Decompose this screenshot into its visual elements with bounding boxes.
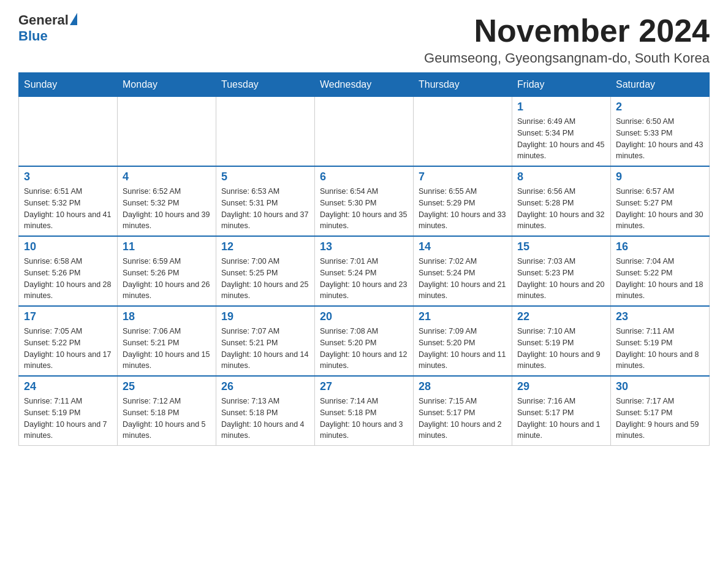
day-info: Sunrise: 7:15 AMSunset: 5:17 PMDaylight:…: [419, 396, 507, 442]
day-number: 14: [419, 240, 507, 253]
calendar-cell: 11Sunrise: 6:59 AMSunset: 5:26 PMDayligh…: [118, 236, 216, 306]
calendar-header-monday: Monday: [118, 73, 216, 97]
calendar-cell: 9Sunrise: 6:57 AMSunset: 5:27 PMDaylight…: [611, 166, 710, 236]
day-number: 22: [517, 310, 605, 323]
calendar-table: SundayMondayTuesdayWednesdayThursdayFrid…: [18, 72, 710, 446]
calendar-cell: [19, 97, 118, 167]
calendar-cell: 6Sunrise: 6:54 AMSunset: 5:30 PMDaylight…: [315, 166, 414, 236]
day-info: Sunrise: 7:08 AMSunset: 5:20 PMDaylight:…: [320, 326, 408, 372]
day-number: 4: [123, 170, 211, 183]
calendar-week-row: 24Sunrise: 7:11 AMSunset: 5:19 PMDayligh…: [19, 376, 710, 446]
calendar-cell: 3Sunrise: 6:51 AMSunset: 5:32 PMDaylight…: [19, 166, 118, 236]
calendar-header-sunday: Sunday: [19, 73, 118, 97]
calendar-cell: 22Sunrise: 7:10 AMSunset: 5:19 PMDayligh…: [512, 306, 611, 376]
day-number: 15: [517, 240, 605, 253]
day-info: Sunrise: 7:00 AMSunset: 5:25 PMDaylight:…: [221, 256, 309, 302]
day-number: 12: [221, 240, 309, 253]
day-info: Sunrise: 7:06 AMSunset: 5:21 PMDaylight:…: [123, 326, 211, 372]
day-info: Sunrise: 7:07 AMSunset: 5:21 PMDaylight:…: [221, 326, 309, 372]
day-number: 8: [517, 170, 605, 183]
calendar-cell: 30Sunrise: 7:17 AMSunset: 5:17 PMDayligh…: [611, 376, 710, 446]
day-info: Sunrise: 7:14 AMSunset: 5:18 PMDaylight:…: [320, 396, 408, 442]
calendar-header-row: SundayMondayTuesdayWednesdayThursdayFrid…: [19, 73, 710, 97]
day-number: 13: [320, 240, 408, 253]
day-number: 28: [419, 380, 507, 393]
calendar-cell: 17Sunrise: 7:05 AMSunset: 5:22 PMDayligh…: [19, 306, 118, 376]
month-title: November 2024: [424, 12, 710, 49]
day-info: Sunrise: 7:09 AMSunset: 5:20 PMDaylight:…: [419, 326, 507, 372]
day-info: Sunrise: 6:54 AMSunset: 5:30 PMDaylight:…: [320, 186, 408, 232]
day-info: Sunrise: 7:12 AMSunset: 5:18 PMDaylight:…: [123, 396, 211, 442]
logo-general: General: [18, 12, 69, 28]
day-number: 27: [320, 380, 408, 393]
day-info: Sunrise: 6:57 AMSunset: 5:27 PMDaylight:…: [616, 186, 704, 232]
day-info: Sunrise: 6:49 AMSunset: 5:34 PMDaylight:…: [517, 116, 605, 162]
day-info: Sunrise: 7:02 AMSunset: 5:24 PMDaylight:…: [419, 256, 507, 302]
day-number: 10: [24, 240, 112, 253]
calendar-cell: 2Sunrise: 6:50 AMSunset: 5:33 PMDaylight…: [611, 97, 710, 167]
calendar-week-row: 10Sunrise: 6:58 AMSunset: 5:26 PMDayligh…: [19, 236, 710, 306]
calendar-cell: 10Sunrise: 6:58 AMSunset: 5:26 PMDayligh…: [19, 236, 118, 306]
day-info: Sunrise: 7:11 AMSunset: 5:19 PMDaylight:…: [24, 396, 112, 442]
day-info: Sunrise: 7:16 AMSunset: 5:17 PMDaylight:…: [517, 396, 605, 442]
title-area: November 2024 Geumseong, Gyeongsangnam-d…: [424, 12, 710, 66]
day-number: 11: [123, 240, 211, 253]
day-number: 21: [419, 310, 507, 323]
calendar-cell: [414, 97, 512, 167]
day-number: 18: [123, 310, 211, 323]
calendar-cell: 12Sunrise: 7:00 AMSunset: 5:25 PMDayligh…: [216, 236, 315, 306]
day-number: 19: [221, 310, 309, 323]
calendar-header-saturday: Saturday: [611, 73, 710, 97]
calendar-week-row: 17Sunrise: 7:05 AMSunset: 5:22 PMDayligh…: [19, 306, 710, 376]
day-info: Sunrise: 6:58 AMSunset: 5:26 PMDaylight:…: [24, 256, 112, 302]
calendar-cell: 20Sunrise: 7:08 AMSunset: 5:20 PMDayligh…: [315, 306, 414, 376]
calendar-cell: 24Sunrise: 7:11 AMSunset: 5:19 PMDayligh…: [19, 376, 118, 446]
page-header: General Blue November 2024 Geumseong, Gy…: [18, 12, 710, 66]
logo-blue: Blue: [18, 28, 48, 44]
logo: General Blue: [18, 12, 77, 44]
day-number: 3: [24, 170, 112, 183]
day-info: Sunrise: 6:50 AMSunset: 5:33 PMDaylight:…: [616, 116, 704, 162]
day-info: Sunrise: 6:59 AMSunset: 5:26 PMDaylight:…: [123, 256, 211, 302]
day-number: 26: [221, 380, 309, 393]
calendar-cell: 25Sunrise: 7:12 AMSunset: 5:18 PMDayligh…: [118, 376, 216, 446]
day-info: Sunrise: 7:11 AMSunset: 5:19 PMDaylight:…: [616, 326, 704, 372]
calendar-cell: 5Sunrise: 6:53 AMSunset: 5:31 PMDaylight…: [216, 166, 315, 236]
day-info: Sunrise: 7:03 AMSunset: 5:23 PMDaylight:…: [517, 256, 605, 302]
day-info: Sunrise: 6:51 AMSunset: 5:32 PMDaylight:…: [24, 186, 112, 232]
day-number: 5: [221, 170, 309, 183]
day-number: 29: [517, 380, 605, 393]
calendar-cell: 8Sunrise: 6:56 AMSunset: 5:28 PMDaylight…: [512, 166, 611, 236]
day-number: 16: [616, 240, 704, 253]
logo-triangle-icon: [70, 13, 77, 25]
calendar-week-row: 3Sunrise: 6:51 AMSunset: 5:32 PMDaylight…: [19, 166, 710, 236]
day-number: 23: [616, 310, 704, 323]
day-info: Sunrise: 7:10 AMSunset: 5:19 PMDaylight:…: [517, 326, 605, 372]
day-number: 24: [24, 380, 112, 393]
calendar-header-friday: Friday: [512, 73, 611, 97]
calendar-cell: 27Sunrise: 7:14 AMSunset: 5:18 PMDayligh…: [315, 376, 414, 446]
day-number: 6: [320, 170, 408, 183]
calendar-cell: 7Sunrise: 6:55 AMSunset: 5:29 PMDaylight…: [414, 166, 512, 236]
calendar-cell: 15Sunrise: 7:03 AMSunset: 5:23 PMDayligh…: [512, 236, 611, 306]
calendar-cell: 16Sunrise: 7:04 AMSunset: 5:22 PMDayligh…: [611, 236, 710, 306]
day-number: 1: [517, 101, 605, 113]
calendar-cell: 28Sunrise: 7:15 AMSunset: 5:17 PMDayligh…: [414, 376, 512, 446]
calendar-cell: 29Sunrise: 7:16 AMSunset: 5:17 PMDayligh…: [512, 376, 611, 446]
calendar-cell: 1Sunrise: 6:49 AMSunset: 5:34 PMDaylight…: [512, 97, 611, 167]
day-number: 17: [24, 310, 112, 323]
calendar-header-tuesday: Tuesday: [216, 73, 315, 97]
calendar-week-row: 1Sunrise: 6:49 AMSunset: 5:34 PMDaylight…: [19, 97, 710, 167]
day-number: 9: [616, 170, 704, 183]
calendar-cell: [216, 97, 315, 167]
day-info: Sunrise: 7:04 AMSunset: 5:22 PMDaylight:…: [616, 256, 704, 302]
calendar-cell: 19Sunrise: 7:07 AMSunset: 5:21 PMDayligh…: [216, 306, 315, 376]
calendar-cell: 4Sunrise: 6:52 AMSunset: 5:32 PMDaylight…: [118, 166, 216, 236]
day-number: 2: [616, 101, 704, 113]
calendar-cell: 18Sunrise: 7:06 AMSunset: 5:21 PMDayligh…: [118, 306, 216, 376]
day-info: Sunrise: 6:52 AMSunset: 5:32 PMDaylight:…: [123, 186, 211, 232]
day-info: Sunrise: 7:13 AMSunset: 5:18 PMDaylight:…: [221, 396, 309, 442]
calendar-cell: 21Sunrise: 7:09 AMSunset: 5:20 PMDayligh…: [414, 306, 512, 376]
day-number: 7: [419, 170, 507, 183]
day-info: Sunrise: 7:01 AMSunset: 5:24 PMDaylight:…: [320, 256, 408, 302]
